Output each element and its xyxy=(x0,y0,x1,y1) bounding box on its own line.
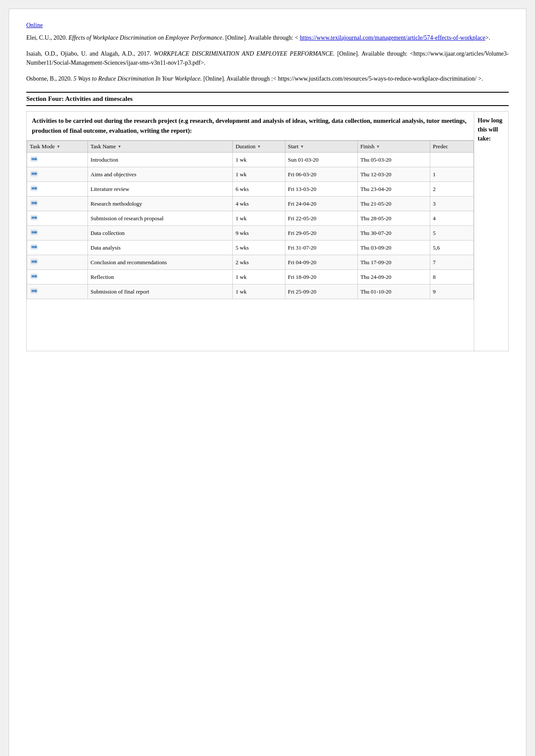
task-table: Task Mode ▼ Task Name ▼ xyxy=(27,141,474,299)
th-task-mode-label: Task Mode xyxy=(30,143,55,150)
finish-cell: Thu 17-09-20 xyxy=(357,255,430,270)
ref1-text-after: . [Online]. Available through: < xyxy=(222,34,300,41)
references-section: Online Elei, C.U., 2020. Effects of Work… xyxy=(26,22,509,83)
finish-cell: Thu 28-05-20 xyxy=(357,211,430,226)
duration-cell: 2 wks xyxy=(233,255,285,270)
how-long-box: How long this will take: xyxy=(474,112,508,351)
start-cell: Fri 31-07-20 xyxy=(285,241,357,255)
task-mode-cell xyxy=(27,153,88,167)
duration-cell: 6 wks xyxy=(233,182,285,197)
start-cell: Fri 25-09-20 xyxy=(285,284,357,299)
predecessors-cell: 5 xyxy=(430,226,474,241)
ref1-link[interactable]: https://www.texilajournal.com/management… xyxy=(300,34,485,41)
task-name-cell: Data analysis xyxy=(88,241,233,255)
ref1-italic: Effects of Workplace Discrimination on E… xyxy=(69,34,222,41)
sort-arrow-task-mode: ▼ xyxy=(56,144,60,149)
finish-cell: Thu 01-10-20 xyxy=(357,284,430,299)
task-mode-icon xyxy=(30,155,38,163)
finish-cell: Thu 12-03-20 xyxy=(357,167,430,182)
task-mode-cell xyxy=(27,270,88,284)
task-name-cell: Submission of research proposal xyxy=(88,211,233,226)
task-mode-cell xyxy=(27,182,88,197)
start-cell: Fri 24-04-20 xyxy=(285,197,357,211)
task-name-cell: Submission of final report xyxy=(88,284,233,299)
duration-cell: 5 wks xyxy=(233,241,285,255)
table-row: Data analysis5 wksFri 31-07-20Thu 03-09-… xyxy=(27,241,474,255)
how-long-label: How long this will take: xyxy=(478,116,505,143)
task-mode-cell xyxy=(27,167,88,182)
task-mode-icon xyxy=(30,272,38,280)
predecessors-cell: 1 xyxy=(430,167,474,182)
duration-cell: 9 wks xyxy=(233,226,285,241)
table-row: Data collection9 wksFri 29-05-20Thu 30-0… xyxy=(27,226,474,241)
start-cell: Fri 13-03-20 xyxy=(285,182,357,197)
task-name-cell: Data collection xyxy=(88,226,233,241)
start-cell: Fri 18-09-20 xyxy=(285,270,357,284)
th-start-label: Start xyxy=(288,143,299,150)
ref2-text-before: Isaiah, O.D., Ojiabo, U. and Alagah, A.D… xyxy=(26,50,154,57)
task-mode-icon xyxy=(30,243,38,251)
task-mode-icon xyxy=(30,287,38,295)
th-duration-label: Duration xyxy=(235,143,255,150)
online-link[interactable]: Online xyxy=(26,22,43,28)
duration-cell: 1 wk xyxy=(233,167,285,182)
activities-main: Activities to be carried out during the … xyxy=(27,112,474,351)
th-finish[interactable]: Finish ▼ xyxy=(357,141,430,153)
table-row: Conclusion and recommendations2 wksFri 0… xyxy=(27,255,474,270)
ref1-link-suffix: >. xyxy=(485,34,490,41)
table-row: Reflection1 wkFri 18-09-20Thu 24-09-208 xyxy=(27,270,474,284)
reference-3: Osborne, B., 2020. 5 Ways to Reduce Disc… xyxy=(26,74,509,83)
task-mode-icon xyxy=(30,228,38,236)
task-name-cell: Literature review xyxy=(88,182,233,197)
task-mode-icon xyxy=(30,214,38,222)
predecessors-cell: 2 xyxy=(430,182,474,197)
section-title: Section Four: Activities and timescales xyxy=(26,95,133,102)
duration-cell: 4 wks xyxy=(233,197,285,211)
task-table-body: Introduction1 wkSun 01-03-20Thu 05-03-20… xyxy=(27,153,474,299)
start-cell: Fri 06-03-20 xyxy=(285,167,357,182)
start-cell: Fri 22-05-20 xyxy=(285,211,357,226)
table-row: Introduction1 wkSun 01-03-20Thu 05-03-20 xyxy=(27,153,474,167)
task-mode-icon xyxy=(30,184,38,192)
task-name-cell: Conclusion and recommendations xyxy=(88,255,233,270)
finish-cell: Thu 03-09-20 xyxy=(357,241,430,255)
th-predecessors: Predec xyxy=(430,141,474,153)
duration-cell: 1 wk xyxy=(233,284,285,299)
task-mode-cell xyxy=(27,197,88,211)
table-row: Submission of research proposal1 wkFri 2… xyxy=(27,211,474,226)
ref1-text-before: Elei, C.U., 2020. xyxy=(26,34,69,41)
task-mode-cell xyxy=(27,226,88,241)
predecessors-cell: 3 xyxy=(430,197,474,211)
activities-table-wrapper: Activities to be carried out during the … xyxy=(26,111,509,351)
finish-cell: Thu 05-03-20 xyxy=(357,153,430,167)
predecessors-cell: 7 xyxy=(430,255,474,270)
sort-arrow-start: ▼ xyxy=(300,144,304,149)
sort-arrow-task-name: ▼ xyxy=(118,144,122,149)
task-name-cell: Reflection xyxy=(88,270,233,284)
start-cell: Fri 29-05-20 xyxy=(285,226,357,241)
activities-description: Activities to be carried out during the … xyxy=(27,112,474,141)
predecessors-cell: 8 xyxy=(430,270,474,284)
task-mode-cell xyxy=(27,255,88,270)
table-row: Research methodology4 wksFri 24-04-20Thu… xyxy=(27,197,474,211)
task-mode-icon xyxy=(30,199,38,207)
section-header: Section Four: Activities and timescales xyxy=(26,92,509,106)
th-task-mode[interactable]: Task Mode ▼ xyxy=(27,141,88,153)
duration-cell: 1 wk xyxy=(233,153,285,167)
task-mode-cell xyxy=(27,211,88,226)
task-mode-cell xyxy=(27,241,88,255)
task-mode-icon xyxy=(30,258,38,266)
th-task-name[interactable]: Task Name ▼ xyxy=(88,141,233,153)
reference-2: Isaiah, O.D., Ojiabo, U. and Alagah, A.D… xyxy=(26,49,509,67)
th-finish-label: Finish xyxy=(360,143,375,150)
start-cell: Fri 04-09-20 xyxy=(285,255,357,270)
predecessors-cell xyxy=(430,153,474,167)
th-start[interactable]: Start ▼ xyxy=(285,141,357,153)
ref3-text-before: Osborne, B., 2020. xyxy=(26,75,73,82)
finish-cell: Thu 24-09-20 xyxy=(357,270,430,284)
task-name-cell: Introduction xyxy=(88,153,233,167)
th-task-name-label: Task Name xyxy=(91,143,116,150)
finish-cell: Thu 23-04-20 xyxy=(357,182,430,197)
th-duration[interactable]: Duration ▼ xyxy=(233,141,285,153)
predecessors-cell: 5,6 xyxy=(430,241,474,255)
